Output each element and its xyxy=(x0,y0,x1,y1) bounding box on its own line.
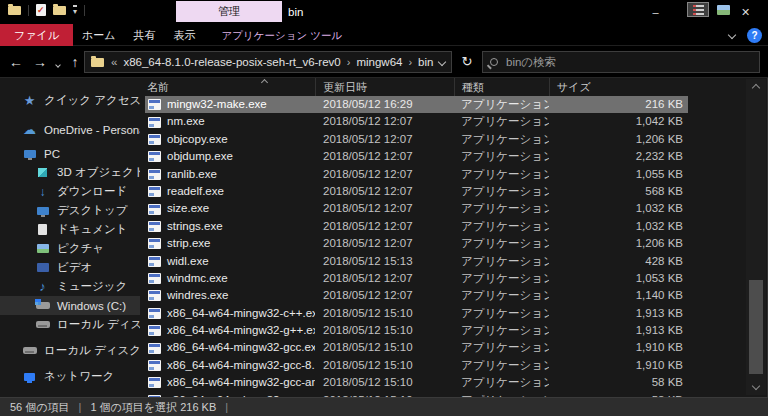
file-name: strip.exe xyxy=(167,235,210,252)
file-date: 2018/05/12 15:10 xyxy=(315,357,454,374)
app-folder-icon[interactable] xyxy=(8,6,21,15)
file-name: objcopy.exe xyxy=(167,131,228,148)
music-note-icon: ♪ xyxy=(35,281,50,293)
file-row[interactable]: size.exe2018/05/12 12:07アプリケーション1,032 KB xyxy=(145,200,688,217)
ribbon-tab-application-tools[interactable]: アプリケーション ツール xyxy=(213,24,352,46)
windows-drive-icon xyxy=(35,302,50,309)
file-row[interactable]: strip.exe2018/05/12 12:07アプリケーション1,206 K… xyxy=(145,235,688,252)
scroll-up-icon[interactable] xyxy=(752,84,760,92)
address-bar[interactable]: « x86_64-8.1.0-release-posix-seh-rt_v6-r… xyxy=(84,51,452,73)
file-row[interactable]: ranlib.exe2018/05/12 12:07アプリケーション1,055 … xyxy=(145,166,688,183)
sidebar-item-label: ローカル ディスク (D:) xyxy=(44,343,140,358)
local-drive-icon xyxy=(22,347,37,354)
status-text: 56 個の項目 xyxy=(10,400,70,415)
sidebar-item[interactable]: 3D オブジェクト xyxy=(0,163,140,182)
window-title: bin xyxy=(288,0,303,24)
file-type: アプリケーション xyxy=(454,166,549,183)
breadcrumb-truncation[interactable]: « xyxy=(111,56,117,68)
sidebar-item[interactable]: ドキュメント xyxy=(0,220,140,239)
documents-page-icon xyxy=(35,224,50,235)
sidebar-item[interactable]: ★クイック アクセス xyxy=(0,91,140,110)
sidebar-item[interactable]: ↓ダウンロード xyxy=(0,182,140,201)
file-size: 568 KB xyxy=(549,183,688,200)
scrollbar-thumb[interactable] xyxy=(749,280,763,374)
file-row[interactable]: nm.exe2018/05/12 12:07アプリケーション1,042 KB xyxy=(145,113,688,130)
file-row[interactable]: windmc.exe2018/05/12 12:07アプリケーション1,053 … xyxy=(145,270,688,287)
file-row[interactable]: strings.exe2018/05/12 12:07アプリケーション1,032… xyxy=(145,218,688,235)
sidebar-item[interactable]: Windows (C:) xyxy=(0,296,140,315)
file-row[interactable]: widl.exe2018/05/12 15:13アプリケーション428 KB xyxy=(145,253,688,270)
new-folder-icon[interactable] xyxy=(53,6,66,15)
column-header-date[interactable]: 更新日時 xyxy=(315,78,454,96)
file-date: 2018/05/12 15:10 xyxy=(315,374,454,391)
file-name: ranlib.exe xyxy=(167,166,217,183)
file-row[interactable]: x86_64-w64-mingw32-g++.exe2018/05/12 15:… xyxy=(145,322,688,339)
exe-file-icon xyxy=(148,134,161,145)
refresh-icon[interactable]: ↻ xyxy=(456,46,478,78)
file-row[interactable]: x86_64-w64-mingw32-gcc.exe2018/05/12 15:… xyxy=(145,339,688,356)
exe-file-icon xyxy=(148,151,161,162)
help-icon[interactable]: ? xyxy=(747,28,762,43)
file-row[interactable]: readelf.exe2018/05/12 12:07アプリケーション568 K… xyxy=(145,183,688,200)
sidebar-item[interactable]: ビデオ xyxy=(0,258,140,277)
sidebar-item[interactable]: デスクトップ xyxy=(0,201,140,220)
file-size: 1,042 KB xyxy=(549,113,688,130)
sidebar-item[interactable]: ローカル ディスク (D:) xyxy=(0,341,140,360)
back-button[interactable]: ← xyxy=(6,46,26,78)
quick-access-toolbar: ▾ xyxy=(8,4,85,16)
up-button[interactable]: ↑ xyxy=(65,46,85,78)
file-date: 2018/05/12 12:07 xyxy=(315,148,454,165)
recent-locations-icon[interactable] xyxy=(52,46,64,78)
file-type: アプリケーション xyxy=(454,357,549,374)
sidebar-item-label: ミュージック xyxy=(57,279,127,294)
file-date: 2018/05/12 12:07 xyxy=(315,113,454,130)
properties-icon[interactable] xyxy=(36,4,46,16)
sidebar-item[interactable]: ネットワーク xyxy=(0,367,140,386)
scroll-down-icon[interactable] xyxy=(752,382,760,390)
column-header-size[interactable]: サイズ xyxy=(549,78,688,96)
ribbon-tab-1[interactable]: ホーム xyxy=(73,24,125,46)
vertical-scrollbar[interactable] xyxy=(746,79,766,395)
exe-file-icon xyxy=(148,204,161,215)
column-header-type[interactable]: 種類 xyxy=(454,78,549,96)
exe-file-icon xyxy=(148,273,161,284)
large-icons-view-button[interactable] xyxy=(712,2,734,17)
sidebar-item[interactable]: ☁OneDrive - Personal xyxy=(0,120,140,139)
file-date: 2018/05/12 12:07 xyxy=(315,166,454,183)
file-row[interactable]: objcopy.exe2018/05/12 12:07アプリケーション1,206… xyxy=(145,131,688,148)
exe-file-icon xyxy=(148,169,161,180)
sidebar-item[interactable]: ローカル ディスク (D:) xyxy=(0,315,140,334)
file-row[interactable]: objdump.exe2018/05/12 12:07アプリケーション2,232… xyxy=(145,148,688,165)
sidebar-item[interactable]: PC xyxy=(0,144,140,163)
breadcrumb-segment[interactable]: mingw64 xyxy=(356,56,402,68)
manage-contextual-tab[interactable]: 管理 xyxy=(176,1,282,22)
file-row[interactable]: x86_64-w64-mingw32-gcc-ar.exe2018/05/12 … xyxy=(145,374,688,391)
file-row[interactable]: x86_64-w64-mingw32-c++.exe2018/05/12 15:… xyxy=(145,305,688,322)
qat-customize-dropdown-icon[interactable]: ▾ xyxy=(73,5,77,16)
file-row[interactable]: x86_64-w64-mingw32-gcc-8.1.0.exe2018/05/… xyxy=(145,357,688,374)
breadcrumb-segment[interactable]: bin xyxy=(418,56,433,68)
address-dropdown-icon[interactable] xyxy=(438,58,446,66)
status-separator: | xyxy=(79,401,82,413)
file-list-pane: 名前 更新日時 種類 サイズ mingw32-make.exe2018/05/1… xyxy=(140,78,768,397)
qat-separator xyxy=(28,5,29,16)
column-header-name[interactable]: 名前 xyxy=(145,78,315,96)
ribbon-tab-file[interactable]: ファイル xyxy=(0,24,73,46)
file-name: objdump.exe xyxy=(167,148,233,165)
sidebar-item-label: ダウンロード xyxy=(57,184,127,199)
sidebar-item[interactable]: ピクチャ xyxy=(0,239,140,258)
breadcrumb-segment[interactable]: x86_64-8.1.0-release-posix-seh-rt_v6-rev… xyxy=(123,56,340,68)
ribbon-tab-2[interactable]: 共有 xyxy=(125,24,165,46)
sidebar-item-label: ネットワーク xyxy=(44,369,114,384)
ribbon-tab-3[interactable]: 表示 xyxy=(165,24,205,46)
sidebar-item[interactable]: ♪ミュージック xyxy=(0,277,140,296)
file-size: 1,055 KB xyxy=(549,166,688,183)
forward-button[interactable]: → xyxy=(30,46,50,78)
minimize-button[interactable]: – xyxy=(633,0,678,24)
file-row[interactable]: windres.exe2018/05/12 12:07アプリケーション1,140… xyxy=(145,287,688,304)
file-row[interactable]: mingw32-make.exe2018/05/12 16:29アプリケーション… xyxy=(145,96,688,113)
details-view-button[interactable] xyxy=(687,2,709,17)
breadcrumb-separator-icon: › xyxy=(408,56,412,68)
sidebar-item-label: デスクトップ xyxy=(57,203,128,218)
file-type: アプリケーション xyxy=(454,322,549,339)
